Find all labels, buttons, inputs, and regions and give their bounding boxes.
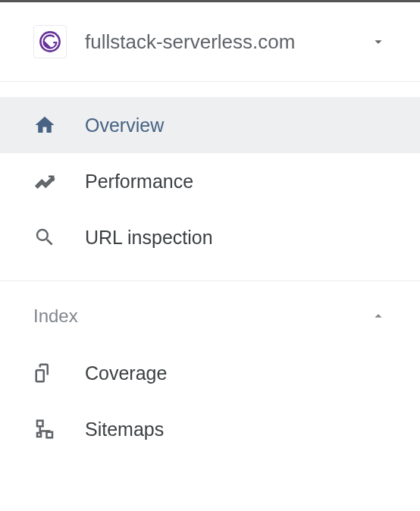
nav-label: URL inspection bbox=[85, 227, 213, 249]
nav-item-url-inspection[interactable]: URL inspection bbox=[0, 209, 420, 265]
property-icon bbox=[33, 25, 67, 58]
nav-item-overview[interactable]: Overview bbox=[0, 97, 420, 153]
gatsby-icon bbox=[39, 30, 61, 53]
svg-rect-3 bbox=[47, 432, 53, 438]
property-name: fullstack-serverless.com bbox=[85, 30, 370, 54]
nav-item-coverage[interactable]: Coverage bbox=[0, 345, 420, 401]
chevron-up-icon bbox=[370, 308, 387, 324]
nav-primary: Overview Performance URL inspection bbox=[0, 82, 420, 281]
trending-icon bbox=[33, 170, 56, 193]
coverage-icon bbox=[33, 362, 56, 384]
nav-label: Performance bbox=[85, 171, 193, 193]
home-icon bbox=[33, 114, 56, 136]
property-selector[interactable]: fullstack-serverless.com bbox=[0, 2, 420, 82]
section-title: Index bbox=[33, 306, 370, 327]
nav-label: Sitemaps bbox=[85, 419, 164, 440]
search-icon bbox=[33, 226, 56, 249]
svg-rect-4 bbox=[37, 433, 41, 437]
nav-item-sitemaps[interactable]: Sitemaps bbox=[0, 401, 420, 457]
svg-rect-2 bbox=[37, 421, 43, 427]
sidebar: fullstack-serverless.com Overview Perfor… bbox=[0, 0, 420, 457]
nav-label: Coverage bbox=[85, 362, 167, 384]
nav-item-performance[interactable]: Performance bbox=[0, 153, 420, 209]
section-header-index[interactable]: Index bbox=[0, 281, 420, 345]
nav-label: Overview bbox=[85, 114, 164, 136]
sitemap-icon bbox=[33, 418, 56, 440]
section-index: Index Coverage Sitemaps bbox=[0, 281, 420, 457]
chevron-down-icon bbox=[370, 33, 387, 50]
